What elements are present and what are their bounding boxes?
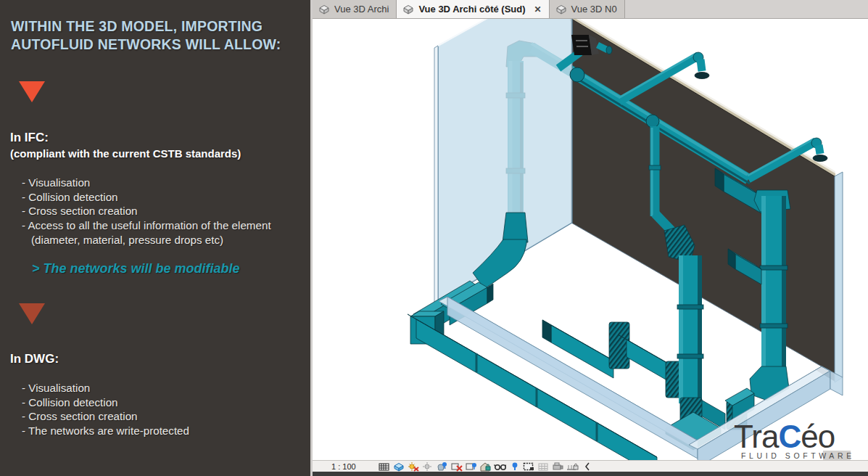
show-rendering-dialog-icon[interactable] [436, 461, 448, 472]
list-item: Cross section creation [22, 204, 292, 218]
tab-label: Vue 3D Archi côté (Sud) [418, 4, 525, 15]
list-item: Access to all the useful information of … [22, 218, 292, 247]
crop-view-icon[interactable] [450, 461, 463, 472]
down-arrow-icon [19, 81, 45, 102]
temporary-view-properties-icon[interactable] [523, 461, 535, 472]
traceo-logo: TraCéo FLUID SOFTWARE [734, 421, 864, 460]
ifc-list: VisualisationCollision detectionCross se… [22, 176, 292, 247]
ifc-heading: In IFC: [10, 131, 49, 145]
sun-path-icon[interactable] [407, 461, 419, 472]
shadows-icon[interactable] [421, 461, 434, 472]
locked-3d-view-icon[interactable] [479, 461, 492, 472]
ifc-note: > The networks will be modifiable [32, 261, 240, 276]
view-tab-2[interactable]: Vue 3D Archi côté (Sud)✕ [397, 0, 549, 18]
tab-label: Vue 3D Archi [334, 4, 389, 15]
list-item: Visualisation [22, 176, 292, 190]
detail-level-icon[interactable] [378, 461, 390, 472]
list-item: Cross section creation [22, 409, 292, 424]
scale-control[interactable]: 1 : 100 [331, 462, 369, 471]
down-arrow-icon [19, 303, 45, 324]
highlight-displacement-sets-icon[interactable] [552, 461, 564, 472]
temporary-hide-isolate-icon[interactable] [494, 461, 506, 472]
logo-text-2: éo [801, 419, 835, 454]
logo-c: C [778, 419, 801, 454]
list-item: Visualisation [22, 381, 292, 395]
show-crop-region-icon[interactable] [465, 461, 477, 472]
page-title: WITHIN THE 3D MODEL, IMPORTING AUTOFLUID… [11, 17, 305, 54]
3d-scene [313, 19, 868, 460]
logo-text: Tra [734, 419, 778, 454]
logo-tagline: FLUID SOFTWARE [741, 451, 855, 460]
view-tab-3[interactable]: Vue 3D N0 [550, 0, 625, 18]
dwg-heading: In DWG: [10, 352, 59, 366]
view-control-icons [378, 461, 593, 472]
bottom-strip [313, 472, 868, 476]
application-window: WITHIN THE 3D MODEL, IMPORTING AUTOFLUID… [0, 0, 868, 476]
list-item: Collision detection [22, 190, 292, 205]
close-icon[interactable]: ✕ [534, 4, 542, 15]
3d-view-icon [402, 4, 414, 15]
right-glass-edge [835, 172, 843, 382]
dwg-list: VisualisationCollision detectionCross se… [22, 381, 292, 438]
tab-label: Vue 3D N0 [571, 4, 617, 15]
view-tab-1[interactable]: Vue 3D Archi [313, 0, 397, 18]
list-item: The networks are write-protected [22, 424, 292, 438]
reveal-constraints-icon[interactable] [566, 461, 579, 472]
collapse-arrow-icon[interactable] [581, 461, 593, 472]
3d-view-icon [555, 4, 567, 15]
reveal-hidden-elements-icon[interactable] [508, 461, 521, 472]
ifc-subheading: (compliant with the current CSTB standar… [10, 147, 241, 160]
view-control-bar: 1 : 100 [313, 460, 868, 472]
visual-style-icon[interactable] [392, 461, 405, 472]
view-tab-bar: Vue 3D ArchiVue 3D Archi côté (Sud)✕Vue … [313, 0, 868, 19]
list-item: Collision detection [22, 395, 292, 410]
show-analytical-model-icon[interactable] [537, 461, 550, 472]
3d-view-icon [318, 4, 330, 15]
presentation-panel: WITHIN THE 3D MODEL, IMPORTING AUTOFLUID… [0, 0, 310, 476]
3d-viewport[interactable]: TraCéo FLUID SOFTWARE [313, 19, 868, 460]
